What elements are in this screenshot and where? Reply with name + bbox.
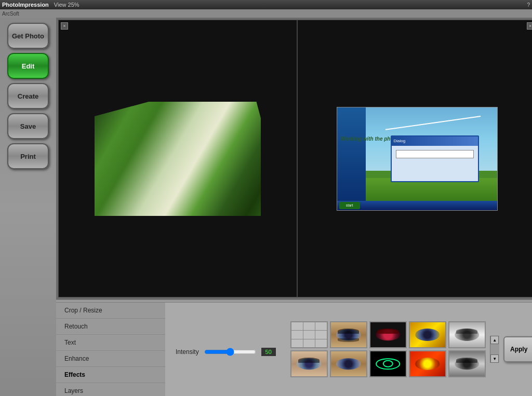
scroll-down-arrow[interactable]: ▼	[490, 354, 499, 363]
menu-item-enhance[interactable]: Enhance	[56, 351, 165, 367]
bottom-panel: Crop / Resize Retouch Text Enhance Effec…	[56, 303, 532, 396]
effect-thumb-eye-outline[interactable]	[369, 350, 407, 377]
effect-thumb-eye-red[interactable]	[409, 350, 446, 377]
screenshot-taskbar: start	[337, 201, 497, 210]
effects-grid	[286, 317, 490, 381]
menu-item-effects[interactable]: Effects	[56, 367, 165, 383]
screenshot-sidebar	[337, 107, 366, 201]
apply-button[interactable]: Apply	[503, 336, 532, 362]
canvas-area: × ×	[56, 18, 532, 299]
intensity-value: 50	[261, 348, 276, 356]
effect-thumb-eye-light[interactable]	[290, 350, 328, 377]
dialog-title-text: Dialog	[394, 139, 406, 143]
arcsoft-label: ArcSoft	[2, 11, 19, 17]
bottom-menu: Crop / Resize Retouch Text Enhance Effec…	[56, 303, 165, 396]
effects-row-1	[290, 321, 486, 348]
menu-item-retouch[interactable]: Retouch	[56, 319, 165, 335]
effects-row-2	[290, 350, 486, 377]
app-title: PhotoImpression	[2, 2, 49, 8]
intensity-slider[interactable]	[204, 348, 256, 356]
forest-image-inner	[95, 102, 261, 216]
print-button[interactable]: Print	[7, 143, 49, 169]
effect-thumb-eye-dark[interactable]	[369, 321, 407, 348]
bottom-center: Intensity 50	[165, 303, 286, 396]
arcsoft-bar: ArcSoft	[0, 9, 532, 18]
canvas-inner: × ×	[58, 20, 532, 297]
dialog-title-bar: Dialog	[392, 136, 478, 146]
forest-image	[95, 102, 261, 216]
intensity-control: Intensity 50	[176, 348, 276, 356]
effect-thumb-eye-night[interactable]	[448, 350, 486, 377]
effect-thumb-eye-yellow[interactable]	[409, 321, 446, 348]
dialog-input	[396, 150, 474, 158]
effect-thumb-eye-pixelated[interactable]	[330, 350, 367, 377]
create-button[interactable]: Create	[7, 83, 49, 109]
dialog-body	[392, 146, 478, 162]
effect-thumb-eye-normal[interactable]	[330, 321, 367, 348]
effects-area: ▲ ▼	[286, 303, 499, 396]
effect-thumb-eye-gray[interactable]	[448, 321, 486, 348]
help-button[interactable]: ?	[527, 2, 530, 8]
get-photo-button[interactable]: Get Photo	[7, 23, 49, 49]
right-close-button[interactable]: ×	[527, 22, 532, 30]
start-button: start	[339, 202, 360, 209]
left-canvas-pane: ×	[59, 20, 298, 297]
menu-item-crop[interactable]: Crop / Resize	[56, 303, 165, 319]
save-button[interactable]: Save	[7, 113, 49, 139]
effect-thumb-grid[interactable]	[290, 321, 328, 348]
main-layout: Get Photo Edit Create Save Print × ×	[0, 18, 532, 396]
menu-item-layers[interactable]: Layers	[56, 383, 165, 396]
title-bar: PhotoImpression View 25% ?	[0, 0, 532, 9]
intensity-label: Intensity	[176, 348, 199, 356]
start-label: start	[346, 203, 353, 207]
scroll-up-arrow[interactable]: ▲	[490, 336, 499, 344]
edit-button[interactable]: Edit	[7, 53, 49, 79]
screenshot-dialog: Dialog	[391, 135, 479, 182]
right-canvas-pane: × Working with the photoimression	[298, 20, 532, 297]
screenshot-image: Working with the photoimression Dialog	[337, 107, 498, 211]
effects-scrollbar[interactable]: ▲ ▼	[490, 336, 499, 363]
left-close-button[interactable]: ×	[61, 22, 68, 30]
view-zoom-text: View 25%	[54, 2, 79, 8]
menu-item-text[interactable]: Text	[56, 335, 165, 351]
left-sidebar: Get Photo Edit Create Save Print	[0, 18, 56, 396]
center-area: × ×	[56, 18, 532, 396]
